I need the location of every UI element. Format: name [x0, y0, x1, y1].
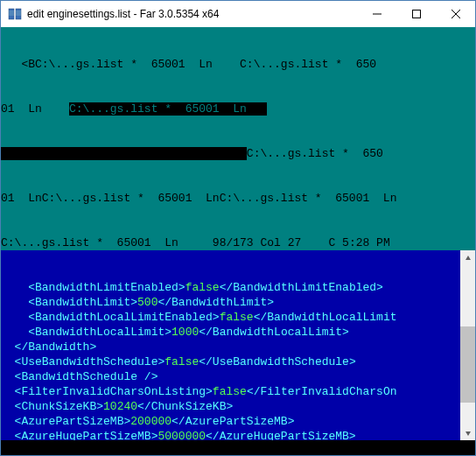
svg-rect-9 [412, 10, 420, 18]
code-line[interactable]: <UseBandwidthSchedule>false</UseBandwidt… [1, 354, 475, 369]
maximize-button[interactable] [396, 1, 436, 26]
scrollbar-thumb[interactable] [460, 326, 475, 403]
code-line[interactable]: <AzurePartSizeMB>200000</AzurePartSizeMB… [1, 414, 475, 429]
tab-row-4[interactable]: 01 LnC:\...gs.list * 65001 LnC:\...gs.li… [1, 192, 396, 205]
code-line[interactable]: <BandwidthLocalLimit>1000</BandwidthLoca… [1, 325, 475, 340]
app-icon [8, 7, 22, 21]
code-line[interactable]: <ChunkSizeKB>10240</ChunkSizeKB> [1, 399, 475, 414]
vertical-scrollbar[interactable] [460, 250, 475, 440]
svg-rect-0 [9, 9, 14, 19]
close-button[interactable] [436, 1, 475, 26]
code-line[interactable]: <BandwidthSchedule /> [1, 369, 475, 384]
scroll-down-button[interactable] [460, 425, 475, 440]
status-left: C:\...gs.list * 65001 Ln [1, 236, 178, 249]
code-line[interactable]: <BandwidthLimitEnabled>false</BandwidthL… [1, 280, 475, 295]
window-controls [357, 1, 475, 27]
tab-row-3b[interactable]: C:\...gs.list * 650 [247, 147, 383, 160]
code-line[interactable]: <BandwidthLocalLimitEnabled>false</Bandw… [1, 310, 475, 325]
editor-content[interactable]: <BandwidthLimitEnabled>false</BandwidthL… [1, 280, 475, 440]
code-line[interactable]: <AzureHugePartSizeMB>5000000</AzureHugeP… [1, 429, 475, 440]
tab-row-1[interactable]: <BC:\...gs.list * 65001 Ln C:\...gs.list… [1, 58, 376, 71]
app-window: edit enginesettings.list - Far 3.0.5354 … [0, 0, 476, 456]
editor-area[interactable]: <BandwidthLimitEnabled>false</BandwidthL… [1, 250, 475, 440]
editor-tabs[interactable]: <BC:\...gs.list * 65001 Ln C:\...gs.list… [1, 27, 475, 235]
status-bar: C:\...gs.list * 65001 Ln 98/173 Col 27 C… [1, 235, 475, 250]
svg-marker-12 [466, 256, 471, 260]
minimize-button[interactable] [357, 1, 396, 26]
code-line[interactable]: </Bandwidth> [1, 340, 475, 354]
code-line[interactable]: <BandwidthLimit>500</BandwidthLimit> [1, 295, 475, 310]
svg-rect-1 [16, 9, 21, 19]
tab-row-3a[interactable] [1, 147, 247, 160]
status-right: 98/173 Col 27 C 5:28 PM [178, 236, 390, 249]
tab-active[interactable]: C:\...gs.list * 65001 Ln [69, 102, 267, 116]
tab-row-2a[interactable]: 01 Ln [1, 102, 69, 116]
titlebar[interactable]: edit enginesettings.list - Far 3.0.5354 … [1, 1, 475, 27]
window-title: edit enginesettings.list - Far 3.0.5354 … [27, 8, 357, 20]
scroll-up-button[interactable] [460, 250, 475, 265]
scrollbar-track[interactable] [460, 265, 475, 425]
code-line[interactable]: <FilterInvalidCharsOnListing>false</Filt… [1, 384, 475, 399]
bottom-bar [1, 440, 475, 455]
svg-marker-13 [466, 431, 471, 436]
